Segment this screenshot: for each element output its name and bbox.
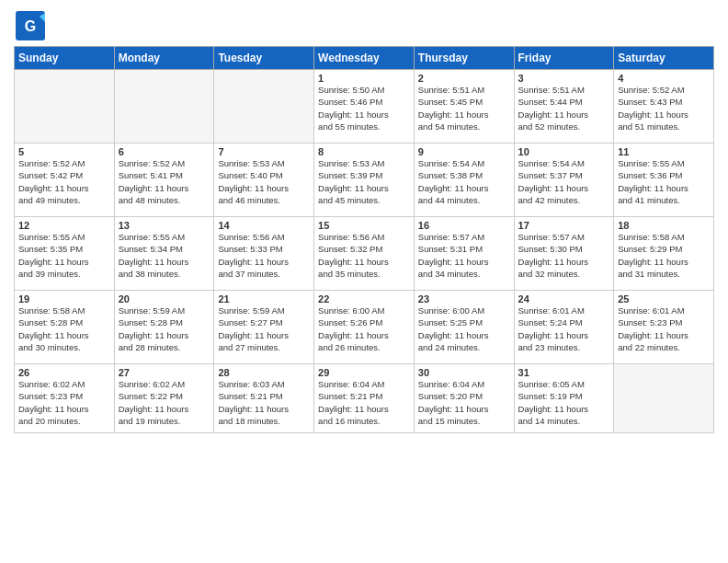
col-header-thursday: Thursday bbox=[414, 47, 514, 70]
day-number: 14 bbox=[218, 220, 310, 231]
day-number: 17 bbox=[518, 220, 610, 231]
calendar-cell: 24Sunrise: 6:01 AM Sunset: 5:24 PM Dayli… bbox=[514, 291, 614, 364]
calendar-cell: 17Sunrise: 5:57 AM Sunset: 5:30 PM Dayli… bbox=[514, 217, 614, 291]
day-info: Sunrise: 5:55 AM Sunset: 5:34 PM Dayligh… bbox=[119, 231, 210, 280]
calendar-cell: 2Sunrise: 5:51 AM Sunset: 5:45 PM Daylig… bbox=[414, 70, 514, 144]
calendar-cell: 11Sunrise: 5:55 AM Sunset: 5:36 PM Dayli… bbox=[614, 144, 714, 217]
day-number: 21 bbox=[218, 293, 310, 304]
day-info: Sunrise: 5:55 AM Sunset: 5:36 PM Dayligh… bbox=[618, 157, 710, 206]
col-header-saturday: Saturday bbox=[614, 47, 714, 70]
calendar-table: SundayMondayTuesdayWednesdayThursdayFrid… bbox=[14, 46, 714, 433]
day-info: Sunrise: 5:52 AM Sunset: 5:43 PM Dayligh… bbox=[618, 84, 710, 132]
calendar-week-5: 26Sunrise: 6:02 AM Sunset: 5:23 PM Dayli… bbox=[15, 364, 714, 433]
calendar-cell bbox=[15, 70, 115, 144]
day-number: 30 bbox=[418, 367, 510, 378]
day-info: Sunrise: 5:57 AM Sunset: 5:30 PM Dayligh… bbox=[518, 231, 610, 280]
calendar-cell: 26Sunrise: 6:02 AM Sunset: 5:23 PM Dayli… bbox=[15, 364, 115, 433]
day-number: 28 bbox=[218, 367, 310, 378]
calendar-cell: 10Sunrise: 5:54 AM Sunset: 5:37 PM Dayli… bbox=[514, 144, 614, 217]
calendar-cell: 1Sunrise: 5:50 AM Sunset: 5:46 PM Daylig… bbox=[314, 70, 415, 144]
calendar-cell: 7Sunrise: 5:53 AM Sunset: 5:40 PM Daylig… bbox=[214, 144, 314, 217]
day-info: Sunrise: 5:54 AM Sunset: 5:37 PM Dayligh… bbox=[518, 157, 610, 206]
calendar-cell: 4Sunrise: 5:52 AM Sunset: 5:43 PM Daylig… bbox=[614, 70, 714, 144]
day-info: Sunrise: 5:50 AM Sunset: 5:46 PM Dayligh… bbox=[318, 84, 410, 132]
day-info: Sunrise: 5:59 AM Sunset: 5:28 PM Dayligh… bbox=[119, 304, 210, 353]
col-header-sunday: Sunday bbox=[15, 47, 115, 70]
day-info: Sunrise: 5:52 AM Sunset: 5:42 PM Dayligh… bbox=[18, 157, 110, 206]
page-container: G SundayMondayTuesdayWednesdayThursdayFr… bbox=[0, 0, 728, 442]
calendar-cell: 8Sunrise: 5:53 AM Sunset: 5:39 PM Daylig… bbox=[314, 144, 415, 217]
calendar-cell: 9Sunrise: 5:54 AM Sunset: 5:38 PM Daylig… bbox=[414, 144, 514, 217]
day-info: Sunrise: 5:54 AM Sunset: 5:38 PM Dayligh… bbox=[418, 157, 510, 206]
calendar-cell: 29Sunrise: 6:04 AM Sunset: 5:21 PM Dayli… bbox=[314, 364, 415, 433]
day-info: Sunrise: 5:51 AM Sunset: 5:44 PM Dayligh… bbox=[518, 84, 610, 132]
col-header-friday: Friday bbox=[514, 47, 614, 70]
calendar-cell: 31Sunrise: 6:05 AM Sunset: 5:19 PM Dayli… bbox=[514, 364, 614, 433]
day-number: 25 bbox=[618, 293, 710, 304]
calendar-week-4: 19Sunrise: 5:58 AM Sunset: 5:28 PM Dayli… bbox=[15, 291, 714, 364]
day-number: 1 bbox=[318, 73, 410, 84]
day-info: Sunrise: 5:57 AM Sunset: 5:31 PM Dayligh… bbox=[418, 231, 510, 280]
day-info: Sunrise: 6:05 AM Sunset: 5:19 PM Dayligh… bbox=[518, 378, 610, 427]
calendar-cell bbox=[614, 364, 714, 433]
calendar-cell: 5Sunrise: 5:52 AM Sunset: 5:42 PM Daylig… bbox=[15, 144, 115, 217]
day-info: Sunrise: 5:53 AM Sunset: 5:40 PM Dayligh… bbox=[218, 157, 310, 206]
day-info: Sunrise: 5:51 AM Sunset: 5:45 PM Dayligh… bbox=[418, 84, 510, 132]
day-info: Sunrise: 5:56 AM Sunset: 5:33 PM Dayligh… bbox=[218, 231, 310, 280]
day-number: 7 bbox=[218, 146, 310, 157]
day-info: Sunrise: 6:02 AM Sunset: 5:23 PM Dayligh… bbox=[18, 378, 110, 427]
day-info: Sunrise: 5:56 AM Sunset: 5:32 PM Dayligh… bbox=[318, 231, 410, 280]
day-number: 13 bbox=[119, 220, 210, 231]
day-number: 4 bbox=[618, 73, 710, 84]
calendar-cell: 14Sunrise: 5:56 AM Sunset: 5:33 PM Dayli… bbox=[214, 217, 314, 291]
day-info: Sunrise: 6:00 AM Sunset: 5:25 PM Dayligh… bbox=[418, 304, 510, 353]
calendar-cell: 12Sunrise: 5:55 AM Sunset: 5:35 PM Dayli… bbox=[15, 217, 115, 291]
day-number: 20 bbox=[119, 293, 210, 304]
day-number: 10 bbox=[518, 146, 610, 157]
day-info: Sunrise: 5:58 AM Sunset: 5:28 PM Dayligh… bbox=[18, 304, 110, 353]
day-number: 23 bbox=[418, 293, 510, 304]
day-info: Sunrise: 5:58 AM Sunset: 5:29 PM Dayligh… bbox=[618, 231, 710, 280]
day-number: 19 bbox=[18, 293, 110, 304]
day-info: Sunrise: 5:55 AM Sunset: 5:35 PM Dayligh… bbox=[18, 231, 110, 280]
day-number: 22 bbox=[318, 293, 410, 304]
col-header-tuesday: Tuesday bbox=[214, 47, 314, 70]
day-number: 3 bbox=[518, 73, 610, 84]
calendar-cell: 18Sunrise: 5:58 AM Sunset: 5:29 PM Dayli… bbox=[614, 217, 714, 291]
calendar-cell: 30Sunrise: 6:04 AM Sunset: 5:20 PM Dayli… bbox=[414, 364, 514, 433]
calendar-cell: 15Sunrise: 5:56 AM Sunset: 5:32 PM Dayli… bbox=[314, 217, 415, 291]
day-number: 9 bbox=[418, 146, 510, 157]
day-info: Sunrise: 5:53 AM Sunset: 5:39 PM Dayligh… bbox=[318, 157, 410, 206]
calendar-cell: 25Sunrise: 6:01 AM Sunset: 5:23 PM Dayli… bbox=[614, 291, 714, 364]
calendar-cell bbox=[214, 70, 314, 144]
day-info: Sunrise: 6:03 AM Sunset: 5:21 PM Dayligh… bbox=[218, 378, 310, 427]
calendar-cell: 3Sunrise: 5:51 AM Sunset: 5:44 PM Daylig… bbox=[514, 70, 614, 144]
day-info: Sunrise: 5:59 AM Sunset: 5:27 PM Dayligh… bbox=[218, 304, 310, 353]
calendar-cell: 21Sunrise: 5:59 AM Sunset: 5:27 PM Dayli… bbox=[214, 291, 314, 364]
logo: G bbox=[14, 9, 51, 42]
calendar-cell: 27Sunrise: 6:02 AM Sunset: 5:22 PM Dayli… bbox=[114, 364, 214, 433]
calendar-cell bbox=[114, 70, 214, 144]
header: G bbox=[14, 9, 714, 42]
day-number: 2 bbox=[418, 73, 510, 84]
header-row: SundayMondayTuesdayWednesdayThursdayFrid… bbox=[15, 47, 714, 70]
day-info: Sunrise: 6:02 AM Sunset: 5:22 PM Dayligh… bbox=[119, 378, 210, 427]
calendar-cell: 13Sunrise: 5:55 AM Sunset: 5:34 PM Dayli… bbox=[114, 217, 214, 291]
day-number: 6 bbox=[119, 146, 210, 157]
calendar-cell: 28Sunrise: 6:03 AM Sunset: 5:21 PM Dayli… bbox=[214, 364, 314, 433]
calendar-week-2: 5Sunrise: 5:52 AM Sunset: 5:42 PM Daylig… bbox=[15, 144, 714, 217]
day-info: Sunrise: 5:52 AM Sunset: 5:41 PM Dayligh… bbox=[119, 157, 210, 206]
day-info: Sunrise: 6:01 AM Sunset: 5:23 PM Dayligh… bbox=[618, 304, 710, 353]
day-info: Sunrise: 6:04 AM Sunset: 5:21 PM Dayligh… bbox=[318, 378, 410, 427]
logo-icon: G bbox=[14, 9, 47, 42]
calendar-cell: 16Sunrise: 5:57 AM Sunset: 5:31 PM Dayli… bbox=[414, 217, 514, 291]
col-header-wednesday: Wednesday bbox=[314, 47, 415, 70]
day-info: Sunrise: 6:01 AM Sunset: 5:24 PM Dayligh… bbox=[518, 304, 610, 353]
day-number: 18 bbox=[618, 220, 710, 231]
day-number: 12 bbox=[18, 220, 110, 231]
day-info: Sunrise: 6:04 AM Sunset: 5:20 PM Dayligh… bbox=[418, 378, 510, 427]
day-number: 15 bbox=[318, 220, 410, 231]
calendar-week-3: 12Sunrise: 5:55 AM Sunset: 5:35 PM Dayli… bbox=[15, 217, 714, 291]
calendar-week-1: 1Sunrise: 5:50 AM Sunset: 5:46 PM Daylig… bbox=[15, 70, 714, 144]
svg-text:G: G bbox=[25, 18, 36, 34]
